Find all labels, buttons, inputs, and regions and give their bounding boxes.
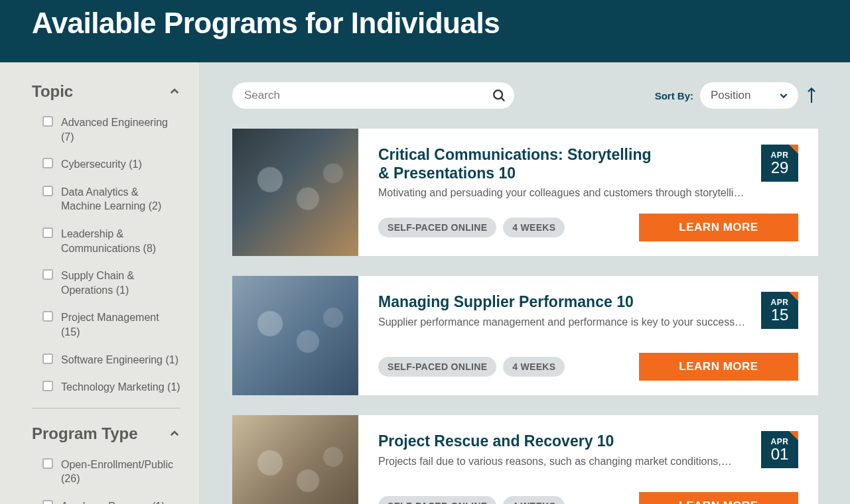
- program-tag: SELF-PACED ONLINE: [378, 496, 496, 504]
- date-badge-day: 01: [771, 446, 789, 462]
- program-card: APR29Critical Communications: Storytelli…: [232, 129, 818, 256]
- filter-option-count: (2): [149, 200, 162, 212]
- filter-options: Advanced Engineering (7)Cybersecurity (1…: [32, 115, 180, 395]
- program-tags: SELF-PACED ONLINE4 WEEKS: [378, 357, 565, 377]
- filter-option-label: Technology Marketing (1): [61, 380, 180, 395]
- filter-option-count: (1): [165, 354, 178, 365]
- sort-group: Sort By: Position: [655, 82, 818, 109]
- page-header: Available Programs for Individuals: [0, 0, 850, 62]
- date-badge-day: 15: [771, 307, 789, 323]
- svg-line-1: [502, 98, 505, 101]
- program-list: APR29Critical Communications: Storytelli…: [232, 129, 818, 504]
- filter-option[interactable]: Open-Enrollment/Public (26): [42, 458, 180, 486]
- checkbox[interactable]: [42, 381, 53, 391]
- program-card-body: APR15Managing Supplier Performance 10Sup…: [358, 276, 818, 395]
- learn-more-button[interactable]: LEARN MORE: [639, 353, 798, 381]
- filter-option[interactable]: Software Engineering (1): [42, 353, 180, 367]
- filter-option[interactable]: Academy Program (1): [42, 499, 180, 504]
- filter-option[interactable]: Cybersecurity (1): [42, 157, 180, 172]
- filter-option-count: (1): [167, 381, 180, 393]
- date-badge: APR15: [761, 292, 798, 329]
- program-card-bottom: SELF-PACED ONLINE4 WEEKSLEARN MORE: [378, 492, 798, 504]
- filter-option[interactable]: Leadership & Communications (8): [42, 227, 180, 255]
- sort-label: Sort By:: [655, 90, 693, 101]
- search-input[interactable]: [232, 82, 514, 109]
- filter-option-label: Software Engineering (1): [61, 353, 178, 367]
- filter-section-header[interactable]: Program Type: [32, 424, 180, 443]
- checkbox[interactable]: [42, 311, 53, 322]
- search-wrapper: [232, 82, 514, 109]
- date-badge-day: 29: [771, 160, 789, 176]
- program-tag: 4 WEEKS: [503, 496, 565, 504]
- filter-option-label: Academy Program (1): [61, 499, 165, 504]
- sort-selected-value: Position: [711, 89, 750, 102]
- filter-section-title: Topic: [32, 82, 73, 101]
- filter-sidebar: TopicAdvanced Engineering (7)Cybersecuri…: [0, 62, 199, 504]
- filter-option-label: Supply Chain & Operations (1): [61, 269, 180, 297]
- page-title: Available Programs for Individuals: [32, 7, 818, 40]
- checkbox[interactable]: [42, 500, 53, 504]
- filter-option-label: Data Analytics & Machine Learning (2): [61, 185, 180, 214]
- chevron-up-icon: [169, 86, 180, 97]
- checkbox[interactable]: [42, 269, 53, 280]
- filter-section-title: Program Type: [32, 424, 138, 443]
- program-description: Supplier performance management and perf…: [378, 316, 750, 330]
- filter-option-label: Advanced Engineering (7): [61, 115, 180, 144]
- program-title[interactable]: Project Rescue and Recovery 10: [378, 432, 664, 451]
- filter-options: Open-Enrollment/Public (26)Academy Progr…: [32, 458, 180, 504]
- svg-point-0: [494, 90, 502, 99]
- program-tag: 4 WEEKS: [503, 357, 565, 377]
- checkbox[interactable]: [42, 186, 53, 196]
- search-icon[interactable]: [492, 88, 506, 103]
- thumbnail-overlay: [232, 276, 358, 395]
- filter-divider: [32, 408, 180, 409]
- filter-option[interactable]: Data Analytics & Machine Learning (2): [42, 185, 180, 214]
- sort-select[interactable]: Position: [700, 82, 798, 109]
- learn-more-button[interactable]: LEARN MORE: [639, 214, 798, 241]
- filter-option-count: (7): [61, 131, 74, 143]
- program-tags: SELF-PACED ONLINE4 WEEKS: [378, 218, 565, 237]
- program-tag: SELF-PACED ONLINE: [378, 357, 496, 377]
- chevron-down-icon: [778, 90, 789, 101]
- filter-section-header[interactable]: Topic: [32, 82, 180, 101]
- filter-option[interactable]: Supply Chain & Operations (1): [42, 269, 180, 297]
- filter-option-label: Project Management (15): [61, 310, 180, 339]
- date-badge: APR29: [761, 145, 798, 182]
- program-card: APR15Managing Supplier Performance 10Sup…: [232, 276, 818, 395]
- checkbox[interactable]: [42, 158, 53, 168]
- content-area: Sort By: Position APR29Critical Communic…: [199, 62, 850, 504]
- program-card-body: APR29Critical Communications: Storytelli…: [358, 129, 818, 256]
- program-card-bottom: SELF-PACED ONLINE4 WEEKSLEARN MORE: [378, 353, 798, 381]
- chevron-up-icon: [169, 428, 180, 440]
- filter-option-count: (1): [116, 284, 129, 296]
- filter-option-count: (15): [61, 326, 80, 338]
- filter-option-label: Open-Enrollment/Public (26): [61, 458, 180, 486]
- date-badge: APR01: [761, 431, 798, 468]
- filter-option-count: (26): [61, 473, 80, 484]
- program-title[interactable]: Managing Supplier Performance 10: [378, 293, 664, 312]
- program-tag: SELF-PACED ONLINE: [378, 218, 496, 237]
- filter-option[interactable]: Advanced Engineering (7): [42, 115, 180, 144]
- program-thumbnail: [232, 415, 358, 504]
- sort-direction-button[interactable]: [805, 86, 818, 105]
- filter-option[interactable]: Project Management (15): [42, 310, 180, 339]
- program-thumbnail: [232, 129, 358, 256]
- checkbox[interactable]: [42, 227, 53, 238]
- filter-option-label: Leadership & Communications (8): [61, 227, 180, 255]
- filter-section: Program TypeOpen-Enrollment/Public (26)A…: [32, 424, 180, 504]
- thumbnail-overlay: [232, 415, 358, 504]
- thumbnail-overlay: [232, 129, 358, 256]
- program-tag: 4 WEEKS: [503, 218, 565, 237]
- program-thumbnail: [232, 276, 358, 395]
- program-description: Motivating and persuading your colleague…: [378, 186, 750, 200]
- filter-option-count: (1): [129, 158, 142, 170]
- checkbox[interactable]: [42, 116, 53, 127]
- filter-option[interactable]: Technology Marketing (1): [42, 380, 180, 395]
- program-tags: SELF-PACED ONLINE4 WEEKS: [378, 496, 565, 504]
- checkbox[interactable]: [42, 458, 53, 469]
- main-layout: TopicAdvanced Engineering (7)Cybersecuri…: [0, 62, 850, 504]
- checkbox[interactable]: [42, 353, 53, 364]
- program-card-body: APR01Project Rescue and Recovery 10Proje…: [358, 415, 818, 504]
- learn-more-button[interactable]: LEARN MORE: [639, 492, 798, 504]
- program-title[interactable]: Critical Communications: Storytelling & …: [378, 146, 664, 182]
